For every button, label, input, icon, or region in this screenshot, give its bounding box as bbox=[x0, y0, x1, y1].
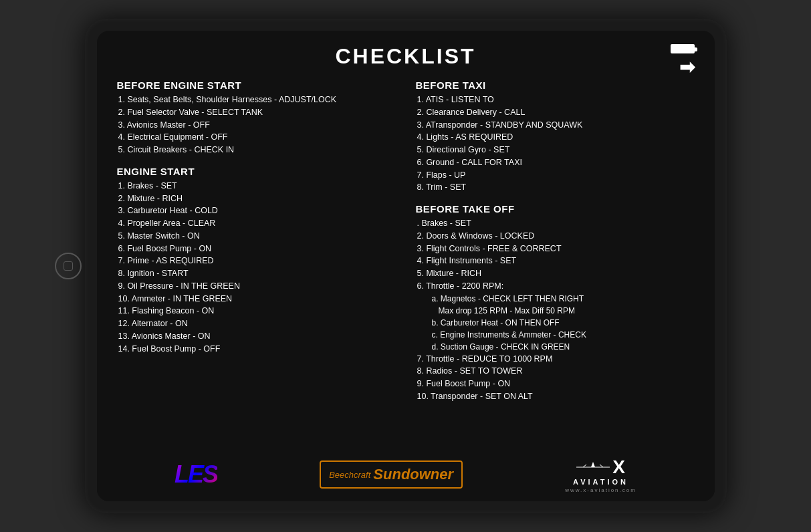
home-button-inner bbox=[64, 261, 73, 271]
list-item: 5. Circuit Breakers - CHECK IN bbox=[117, 144, 396, 156]
list-item: 1. Brakes - SET bbox=[117, 180, 396, 192]
svg-line-3 bbox=[600, 464, 603, 467]
title-icons: ➡ bbox=[671, 44, 695, 78]
list-item: 8. Trim - SET bbox=[416, 181, 695, 194]
list-item: 8. Radios - SET TO TOWER bbox=[416, 365, 695, 378]
list-item: 1. Seats, Seat Belts, Shoulder Harnesses… bbox=[117, 94, 396, 106]
section-before-take-off-title: BEFORE TAKE OFF bbox=[416, 203, 695, 215]
tablet-screen: CHECKLIST ➡ BEFORE ENGINE START 1. Seats… bbox=[97, 31, 715, 501]
list-item: 5. Master Switch - ON bbox=[117, 230, 396, 243]
before-taxi-items: 1. ATIS - LISTEN TO 2. Clearance Deliver… bbox=[416, 94, 695, 194]
list-item: 13. Avionics Master - ON bbox=[117, 330, 396, 343]
list-sub-item: c. Engine Instruments & Ammeter - CHECK bbox=[416, 329, 695, 341]
list-item: 12. Alternator - ON bbox=[117, 317, 396, 330]
list-item: 6. Fuel Boost Pump - ON bbox=[117, 243, 396, 255]
section-before-taxi-title: BEFORE TAXI bbox=[416, 80, 695, 91]
x-symbol: X bbox=[612, 456, 625, 478]
list-item: . Brakes - SET bbox=[416, 217, 695, 230]
list-sub-item: b. Carburetor Heat - ON THEN OFF bbox=[416, 317, 695, 329]
columns: BEFORE ENGINE START 1. Seats, Seat Belts… bbox=[117, 80, 695, 436]
footer: LES Beechcraft Sundowner X AVIATION bbox=[97, 448, 715, 501]
page-title: CHECKLIST bbox=[335, 44, 475, 69]
beechcraft-text: Beechcraft bbox=[329, 470, 370, 480]
list-item: 4. Flight Instruments - SET bbox=[416, 255, 695, 267]
list-item: 2. Fuel Selector Valve - SELECT TANK bbox=[117, 106, 396, 119]
xaviation-wings-icon bbox=[576, 460, 610, 474]
list-item: 7. Flaps - UP bbox=[416, 169, 695, 182]
list-item: 5. Directional Gyro - SET bbox=[416, 144, 695, 156]
next-arrow-icon[interactable]: ➡ bbox=[679, 56, 695, 78]
list-item: 4. Propeller Area - CLEAR bbox=[117, 217, 396, 230]
list-item: 3. Carburetor Heat - COLD bbox=[117, 205, 396, 217]
list-item: 4. Electrical Equipment - OFF bbox=[117, 131, 396, 144]
les-logo: LES bbox=[175, 460, 217, 489]
before-engine-start-items: 1. Seats, Seat Belts, Shoulder Harnesses… bbox=[117, 94, 396, 156]
list-item: 8. Ignition - START bbox=[117, 267, 396, 280]
svg-line-2 bbox=[583, 464, 586, 467]
beechcraft-logo: Beechcraft Sundowner bbox=[320, 460, 463, 489]
tablet: CHECKLIST ➡ BEFORE ENGINE START 1. Seats… bbox=[85, 19, 727, 513]
list-sub-item: a. Magnetos - CHECK LEFT THEN RIGHT bbox=[416, 293, 695, 305]
col-left: BEFORE ENGINE START 1. Seats, Seat Belts… bbox=[117, 80, 396, 436]
list-sub-item: Max drop 125 RPM - Max Diff 50 RPM bbox=[416, 305, 695, 317]
list-item: 3. ATransponder - STANDBY AND SQUAWK bbox=[416, 119, 695, 132]
home-button[interactable] bbox=[55, 253, 82, 279]
list-item: 9. Fuel Boost Pump - ON bbox=[416, 378, 695, 390]
sundowner-text: Sundowner bbox=[373, 466, 453, 483]
list-item: 2. Doors & Windows - LOCKED bbox=[416, 230, 695, 243]
list-item: 11. Flashing Beacon - ON bbox=[117, 305, 396, 317]
list-sub-item: d. Suction Gauge - CHECK IN GREEN bbox=[416, 341, 695, 353]
list-item: 7. Throttle - REDUCE TO 1000 RPM bbox=[416, 353, 695, 366]
list-item: 2. Clearance Delivery - CALL bbox=[416, 106, 695, 119]
xaviation-top: X bbox=[576, 456, 625, 478]
title-row: CHECKLIST ➡ bbox=[117, 44, 695, 69]
svg-marker-1 bbox=[591, 462, 595, 467]
list-item: 10. Transponder - SET ON ALT bbox=[416, 390, 695, 403]
list-item: 14. Fuel Boost Pump - OFF bbox=[117, 343, 396, 356]
aviation-sub-text: www.x-aviation.com bbox=[565, 487, 636, 493]
before-take-off-items: . Brakes - SET 2. Doors & Windows - LOCK… bbox=[416, 217, 695, 403]
col-right: BEFORE TAXI 1. ATIS - LISTEN TO 2. Clear… bbox=[416, 80, 695, 436]
list-item: 7. Prime - AS REQUIRED bbox=[117, 255, 396, 267]
list-item: 2. Mixture - RICH bbox=[117, 192, 396, 205]
list-item: 6. Throttle - 2200 RPM: bbox=[416, 280, 695, 293]
xaviation-logo: X AVIATION www.x-aviation.com bbox=[565, 456, 636, 493]
list-item: 5. Mixture - RICH bbox=[416, 267, 695, 280]
engine-start-items: 1. Brakes - SET 2. Mixture - RICH 3. Car… bbox=[117, 180, 396, 356]
aviation-text: AVIATION bbox=[573, 478, 628, 486]
section-engine-start-title: ENGINE START bbox=[117, 166, 396, 177]
list-item: 3. Flight Controls - FREE & CORRECT bbox=[416, 243, 695, 255]
list-item: 9. Oil Pressure - IN THE GREEN bbox=[117, 280, 396, 293]
list-item: 6. Ground - CALL FOR TAXI bbox=[416, 156, 695, 169]
list-item: 1. ATIS - LISTEN TO bbox=[416, 94, 695, 106]
list-item: 3. Avionics Master - OFF bbox=[117, 119, 396, 132]
section-before-engine-start-title: BEFORE ENGINE START bbox=[117, 80, 396, 91]
battery-icon bbox=[671, 44, 695, 53]
screen-content: CHECKLIST ➡ BEFORE ENGINE START 1. Seats… bbox=[97, 31, 715, 448]
list-item: 4. Lights - AS REQUIRED bbox=[416, 131, 695, 144]
list-item: 10. Ammeter - IN THE GREEN bbox=[117, 293, 396, 305]
